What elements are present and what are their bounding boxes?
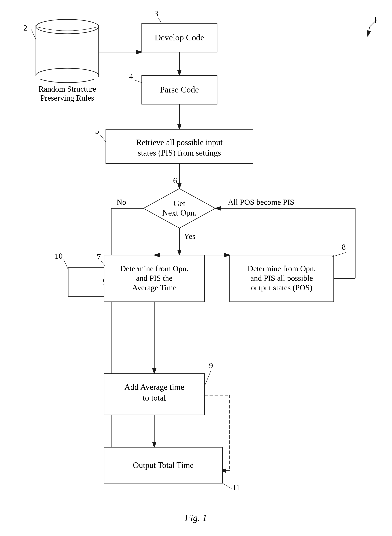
fig-caption: Fig. 1	[185, 513, 207, 523]
ref5-label: 5	[95, 127, 99, 136]
no-label: No	[117, 198, 126, 206]
ref1-label: 1	[373, 15, 378, 25]
svg-text:to total: to total	[143, 393, 166, 402]
ref3-label: 3	[154, 9, 158, 18]
svg-rect-8	[36, 76, 98, 79]
svg-text:and PIS all possible: and PIS all possible	[250, 274, 313, 282]
ref8-label: 8	[342, 243, 346, 251]
ref4-label: 4	[129, 72, 133, 81]
yes-label: Yes	[184, 232, 195, 241]
svg-text:and PIS the: and PIS the	[136, 274, 173, 282]
svg-text:states (PIS) from settings: states (PIS) from settings	[138, 148, 221, 157]
ref2-label: 2	[23, 24, 27, 32]
determine-avg-label: Determine from Opn.	[120, 264, 188, 273]
random-structure-text: Random Structure	[38, 85, 96, 93]
ref11-label: 11	[232, 483, 240, 492]
svg-text:Preserving Rules: Preserving Rules	[40, 94, 94, 102]
diagram-container: 1 2 Random Structure Preserving Rules De…	[0, 0, 392, 536]
develop-code-label: Develop Code	[155, 33, 204, 42]
ref10-label: 10	[55, 252, 63, 260]
determine-pos-label: Determine from Opn.	[247, 264, 316, 273]
ref9-label: 9	[209, 361, 213, 370]
ref7-label: 7	[97, 253, 101, 261]
all-pos-label: All POS become PIS	[228, 198, 294, 206]
get-next-opn-label: Get	[173, 199, 186, 208]
svg-point-6	[36, 19, 99, 34]
svg-text:output states (POS): output states (POS)	[251, 283, 312, 292]
output-total-label: Output Total Time	[133, 460, 194, 470]
add-avg-label: Add Average time	[124, 383, 184, 392]
ref6-label: 6	[173, 176, 177, 185]
svg-text:Average Time: Average Time	[132, 283, 176, 292]
parse-code-label: Parse Code	[160, 85, 199, 94]
retrieve-pis-label: Retrieve all possible input	[136, 138, 223, 147]
svg-text:Next Opn.: Next Opn.	[162, 208, 197, 217]
